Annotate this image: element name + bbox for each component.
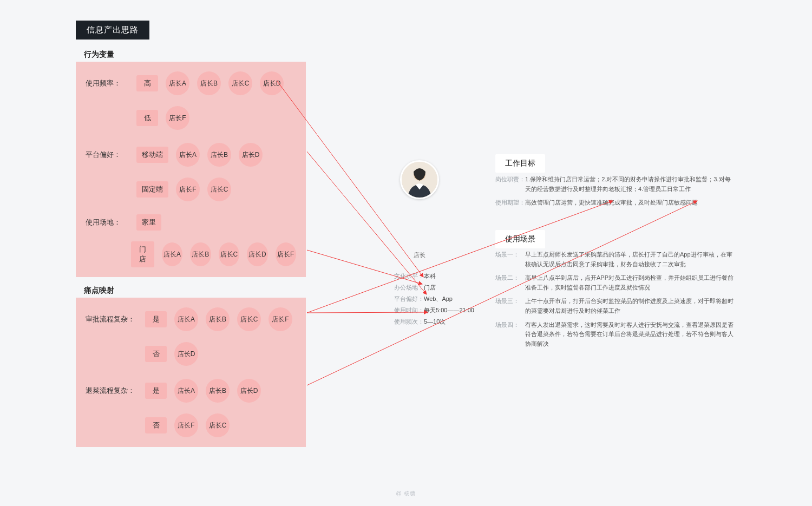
note-key: 场景二： [495,273,525,292]
card-platform-title: 平台偏好： [86,150,129,160]
tag: 门店 [131,241,154,267]
card-refund: 退菜流程复杂： 是 店长A 店长B 店长D 否 店长F 店长C [76,369,306,447]
note-key: 场景一： [495,250,525,269]
card-place: 使用场地： 家里 门店 店长A 店长B 店长C 店长D 店长F [76,205,306,277]
persona-role: 店长 [398,251,441,259]
note-key: 使用期望： [495,198,525,208]
tag: 固定端 [136,181,168,198]
attr-key: 使用时间： [394,305,424,316]
note-value: 高早上八点半到店后，点开APP对员工进行到岗检查，并开始组织员工进行餐前准备工作… [525,273,736,292]
bubble: 店长D [239,143,263,167]
section-behavior-label: 行为变量 [84,50,114,60]
card-frequency-title: 使用频率： [86,78,129,88]
card-place-title: 使用场地： [86,218,129,227]
card-frequency: 使用频率： 高 店长A 店长B 店长C 店长D 低 店长F [76,62,306,140]
bubble: 店长A [166,71,189,95]
bubble: 店长F [269,307,292,331]
goals-title-box: 工作目标 [495,154,545,173]
tag: 是 [145,383,167,399]
bubble: 店长C [207,178,231,201]
bubble: 店长A [174,379,198,403]
bubble: 店长F [176,178,200,201]
footer: @ 核糖 [396,490,416,497]
note-key: 场景四： [495,320,525,349]
tag: 家里 [136,214,161,231]
attr-value: 5—10次 [424,316,446,327]
attr-key: 使用频次： [394,316,424,327]
goals-notes: 岗位职责：1.保障和维持门店日常运营；2.对不同的财务申请操作进行审批和监督；3… [495,175,736,212]
scenes-notes: 场景一：早上五点厨师长发送了采购菜品的清单，店长打开了自己的App进行审核，在审… [495,250,736,353]
attr-key: 平台偏好： [394,293,424,305]
title-badge: 信息产出思路 [76,21,149,40]
avatar [400,160,439,199]
card-approve: 审批流程复杂： 是 店长A 店长B 店长C 店长F 否 店长D [76,298,306,376]
bubble: 店长D [237,379,261,403]
note-value: 上午十点开市后，打开后台实时监控菜品的制作进度及上菜速度，对于即将超时的菜需要对… [525,297,736,316]
bubble: 店长A [176,143,200,167]
bubble: 店长B [206,379,230,403]
bubble: 店长B [206,307,230,331]
section-pain-label: 痛点映射 [84,286,114,295]
attr-value: 本科 [424,271,436,282]
tag: 高 [136,75,158,91]
tag: 移动端 [136,147,168,163]
bubble: 店长A [162,242,182,266]
note-value: 有客人发出退菜需求，这时需要及时对客人进行安抚与交流，查看退菜原因是否符合退菜条… [525,320,736,349]
bubble: 店长B [197,71,221,95]
scenes-title-box: 使用场景 [495,230,545,248]
bubble: 店长D [174,342,198,366]
tag: 否 [145,417,167,433]
tag: 否 [145,346,167,362]
persona: 店长 [398,160,441,259]
card-platform: 平台偏好： 移动端 店长A 店长B 店长D 固定端 店长F 店长C [76,133,306,211]
note-key: 岗位职责： [495,175,525,194]
bubble: 店长C [219,242,239,266]
attr-key: 办公场地： [394,282,424,293]
attr-key: 文化水平： [394,271,424,282]
attr-value: 每天5:00——21:00 [424,305,474,316]
bubble: 店长D [260,71,284,95]
bubble: 店长F [166,106,189,130]
card-approve-title: 审批流程复杂： [86,314,137,324]
attr-value: 门店 [424,282,436,293]
bubble: 店长C [237,307,261,331]
note-value: 早上五点厨师长发送了采购菜品的清单，店长打开了自己的App进行审核，在审核确认无… [525,250,736,269]
note-value: 高效管理门店运营，更快速准确完成审批，及时处理门店敏感问题 [525,198,736,208]
persona-attrs: 文化水平：本科 办公场地：门店 平台偏好：Web、App 使用时间：每天5:00… [394,271,474,327]
tag: 低 [136,110,158,126]
note-value: 1.保障和维持门店日常运营；2.对不同的财务申请操作进行审批和监督；3.对每天的… [525,175,736,194]
attr-value: Web、App [424,293,453,305]
bubble: 店长C [228,71,252,95]
bubble: 店长B [190,242,211,266]
bubble: 店长A [174,307,198,331]
bubble: 店长D [247,242,267,266]
bubble: 店长B [207,143,231,167]
tag: 是 [145,311,167,327]
bubble: 店长F [276,242,296,266]
note-key: 场景三： [495,297,525,316]
card-refund-title: 退菜流程复杂： [86,386,137,396]
bubble: 店长F [174,413,198,437]
bubble: 店长C [206,413,230,437]
